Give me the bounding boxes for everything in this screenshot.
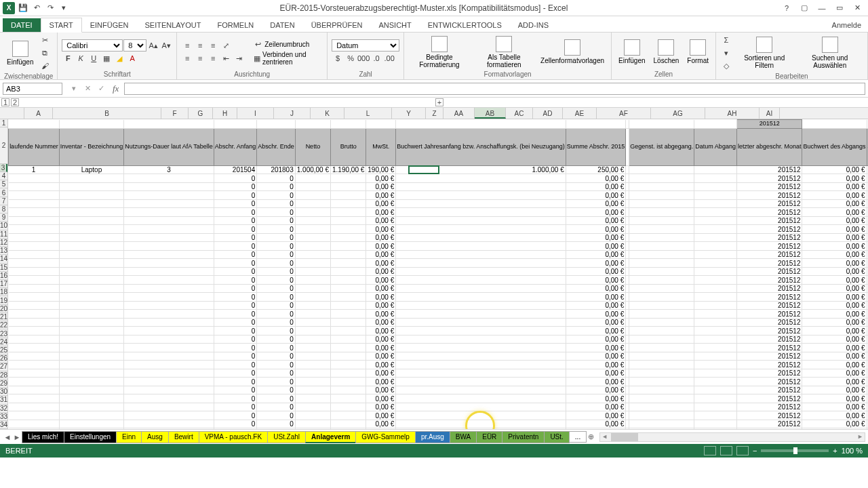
col-header-AE[interactable]: AE bbox=[563, 108, 597, 119]
cell-I24[interactable] bbox=[295, 344, 330, 352]
col-header-AC[interactable]: AC bbox=[506, 108, 533, 119]
shrink-font-icon[interactable]: A▾ bbox=[160, 39, 172, 52]
view-break-icon[interactable] bbox=[736, 446, 749, 455]
tab-formulas[interactable]: FORMELN bbox=[209, 18, 262, 32]
row-header-2[interactable]: 2 bbox=[0, 127, 7, 164]
maximize-icon[interactable]: ▭ bbox=[831, 2, 848, 14]
cell-AC6[interactable]: 201512 bbox=[736, 191, 802, 200]
cell-AB29[interactable] bbox=[694, 386, 737, 394]
cell-J7[interactable] bbox=[331, 199, 366, 208]
cell-AA33[interactable] bbox=[629, 420, 694, 428]
cell-L33[interactable] bbox=[396, 420, 566, 428]
cell-J10[interactable] bbox=[331, 225, 366, 234]
sheet-tab[interactable]: Privatentn bbox=[502, 431, 545, 443]
cell-L26[interactable] bbox=[396, 361, 566, 369]
cell-B16[interactable] bbox=[59, 276, 124, 285]
cell-AC13[interactable]: 201512 bbox=[736, 250, 802, 259]
cell-AB16[interactable] bbox=[694, 276, 737, 285]
cell-H5[interactable]: 0 bbox=[257, 182, 296, 191]
row-header-27[interactable]: 27 bbox=[0, 363, 7, 371]
cell-AA18[interactable] bbox=[629, 293, 694, 302]
cell-AD9[interactable]: 0,00 € bbox=[802, 216, 867, 225]
col-header-AH[interactable]: AH bbox=[705, 108, 760, 119]
cell-AC31[interactable]: 201512 bbox=[736, 403, 802, 411]
currency-icon[interactable]: $ bbox=[332, 52, 344, 64]
cell-B13[interactable] bbox=[59, 250, 124, 259]
cell-A22[interactable] bbox=[9, 327, 60, 336]
cell-A13[interactable] bbox=[9, 250, 60, 259]
cell-H18[interactable]: 0 bbox=[257, 293, 296, 302]
cell-I2[interactable]: Netto bbox=[295, 128, 330, 165]
cell-J1[interactable] bbox=[331, 120, 366, 129]
cell-AB10[interactable] bbox=[694, 225, 737, 234]
cell-AA4[interactable] bbox=[629, 174, 694, 183]
cell-G32[interactable]: 0 bbox=[214, 411, 257, 420]
cell-F2[interactable]: Nutzungs-Dauer laut AfA Tabelle bbox=[124, 128, 214, 165]
cell-Y31[interactable]: 0,00 € bbox=[566, 403, 626, 411]
view-normal-icon[interactable] bbox=[704, 446, 716, 455]
cell-AA26[interactable] bbox=[629, 361, 694, 369]
cell-A33[interactable] bbox=[9, 420, 60, 428]
cell-H25[interactable]: 0 bbox=[257, 352, 296, 361]
cell-I1[interactable] bbox=[295, 120, 330, 129]
cell-AA6[interactable] bbox=[629, 191, 694, 200]
name-box[interactable]: AB3 bbox=[3, 83, 62, 95]
merge-icon[interactable]: ▦ bbox=[252, 52, 262, 64]
cell-AD30[interactable]: 0,00 € bbox=[802, 394, 867, 403]
cell-Y20[interactable]: 0,00 € bbox=[566, 310, 626, 319]
cell-AC17[interactable]: 201512 bbox=[736, 284, 802, 293]
hscroll-track[interactable]: ◄► bbox=[599, 432, 865, 442]
cell-F22[interactable] bbox=[124, 327, 214, 336]
cell-J17[interactable] bbox=[331, 284, 366, 293]
cell-G23[interactable]: 0 bbox=[214, 335, 257, 344]
col-header-G[interactable]: G bbox=[189, 108, 213, 119]
cell-AD34[interactable]: 0,00 € bbox=[802, 428, 867, 429]
cell-AA14[interactable] bbox=[629, 259, 694, 268]
cell-A20[interactable] bbox=[9, 310, 60, 319]
cell-J16[interactable] bbox=[331, 276, 366, 285]
cell-H17[interactable]: 0 bbox=[257, 284, 296, 293]
cell-I8[interactable] bbox=[295, 208, 330, 217]
cell-F33[interactable] bbox=[124, 420, 214, 428]
cell-G34[interactable]: 0 bbox=[214, 428, 257, 429]
cell-AD5[interactable]: 0,00 € bbox=[802, 182, 867, 191]
cell-F29[interactable] bbox=[124, 386, 214, 394]
cell-K6[interactable]: 0,00 € bbox=[366, 191, 396, 200]
cell-Y29[interactable]: 0,00 € bbox=[566, 386, 626, 394]
cell-K1[interactable] bbox=[366, 120, 396, 129]
row-header-19[interactable]: 19 bbox=[0, 296, 7, 304]
cell-A1[interactable] bbox=[9, 120, 60, 129]
cell-B26[interactable] bbox=[59, 361, 124, 369]
col-header-AI[interactable]: AI bbox=[760, 108, 780, 119]
sheet-tab[interactable]: VPMA - pausch.FK bbox=[199, 431, 268, 443]
border-icon[interactable]: ▦ bbox=[100, 52, 113, 64]
cell-I10[interactable] bbox=[295, 225, 330, 234]
cell-F26[interactable] bbox=[124, 361, 214, 369]
fill-color-icon[interactable]: ◢ bbox=[113, 52, 125, 64]
cell-J33[interactable] bbox=[331, 420, 366, 428]
align-center-icon[interactable]: ≡ bbox=[194, 52, 206, 64]
tab-view[interactable]: ANSICHT bbox=[370, 18, 419, 32]
cell-I26[interactable] bbox=[295, 361, 330, 369]
cell-I12[interactable] bbox=[295, 242, 330, 251]
col-header-F[interactable]: F bbox=[161, 108, 189, 119]
cell-G17[interactable]: 0 bbox=[214, 284, 257, 293]
cell-I31[interactable] bbox=[295, 403, 330, 411]
cell-J27[interactable] bbox=[331, 369, 366, 378]
cell-K10[interactable]: 0,00 € bbox=[366, 225, 396, 234]
cell-H27[interactable]: 0 bbox=[257, 369, 296, 378]
cell-AC19[interactable]: 201512 bbox=[736, 301, 802, 310]
cell-AB31[interactable] bbox=[694, 403, 737, 411]
cell-G9[interactable]: 0 bbox=[214, 216, 257, 225]
row-header-25[interactable]: 25 bbox=[0, 346, 7, 354]
cell-L19[interactable] bbox=[396, 301, 566, 310]
cell-AD8[interactable]: 0,00 € bbox=[802, 208, 867, 217]
cell-I30[interactable] bbox=[295, 394, 330, 403]
cell-AC7[interactable]: 201512 bbox=[736, 199, 802, 208]
findsel-button[interactable]: Suchen und Auswählen bbox=[796, 35, 863, 70]
cell-I29[interactable] bbox=[295, 386, 330, 394]
cell-G19[interactable]: 0 bbox=[214, 301, 257, 310]
cell-G5[interactable]: 0 bbox=[214, 182, 257, 191]
cell-AD15[interactable]: 0,00 € bbox=[802, 267, 867, 276]
cell-AB15[interactable] bbox=[694, 267, 737, 276]
